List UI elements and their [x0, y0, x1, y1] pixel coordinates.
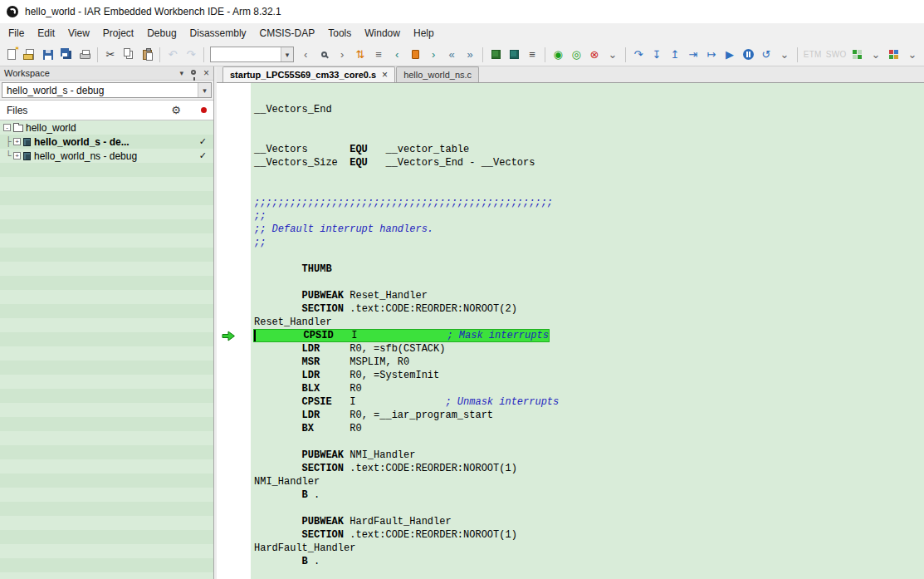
code-line[interactable] — [254, 130, 924, 143]
tab-startup-lpc55s69-cm33-core0-s[interactable]: startup_LPC55S69_cm33_core0.s× — [222, 66, 395, 82]
expand-icon[interactable]: + — [13, 138, 21, 145]
reset-button[interactable]: ↺ — [758, 46, 775, 64]
menu-item-tools[interactable]: Tools — [321, 23, 358, 43]
download-and-debug-button[interactable]: ◉ — [550, 46, 566, 64]
navigate-forward-button[interactable]: » — [462, 46, 478, 64]
code-line[interactable]: CPSID I ; Mask interrupts — [254, 329, 924, 342]
code-line[interactable]: ;; — [254, 236, 924, 249]
find-previous-button[interactable]: ‹ — [297, 46, 314, 64]
build-config-select[interactable]: hello_world_s - debug ▾ — [2, 82, 212, 98]
code-line[interactable] — [254, 435, 924, 449]
code-line[interactable]: PUBWEAK Reset_Handler — [254, 289, 924, 302]
code-line[interactable]: ;; — [254, 209, 924, 223]
menu-item-disassembly[interactable]: Disassembly — [183, 23, 253, 43]
find-button[interactable] — [315, 46, 332, 64]
save-all-button[interactable] — [58, 46, 75, 64]
menu-item-edit[interactable]: Edit — [31, 23, 61, 43]
undo-button[interactable]: ↶ — [164, 46, 181, 64]
code-line[interactable]: THUMB — [254, 263, 924, 276]
etm-button[interactable]: ETM — [802, 46, 823, 64]
code-line[interactable] — [254, 502, 924, 515]
code-line[interactable]: HardFault_Handler — [254, 542, 924, 555]
code-line[interactable]: LDR R0, =__iar_program_start — [254, 409, 924, 422]
run-to-cursor-button[interactable]: ↦ — [703, 46, 720, 64]
next-statement-button[interactable]: ⇥ — [685, 46, 702, 64]
toolbar-overflow-button[interactable]: ⌄ — [904, 46, 921, 64]
grid-icon-button-2[interactable] — [886, 46, 902, 64]
menu-item-debug[interactable]: Debug — [140, 23, 183, 43]
tab-hello-world-ns-c[interactable]: hello_world_ns.c — [396, 66, 479, 82]
code-line[interactable]: MSR MSPLIM, R0 — [254, 356, 924, 369]
more-tools-button[interactable]: ⌄ — [868, 46, 884, 64]
code-line[interactable]: PUBWEAK HardFault_Handler — [254, 515, 924, 528]
code-line[interactable]: Reset_Handler — [254, 316, 924, 329]
menu-item-view[interactable]: View — [61, 23, 96, 43]
paste-button[interactable] — [139, 46, 155, 64]
step-over-button[interactable]: ↷ — [630, 46, 647, 64]
quick-search-combobox[interactable]: ▾ — [210, 47, 294, 62]
code-line[interactable]: ;;;;;;;;;;;;;;;;;;;;;;;;;;;;;;;;;;;;;;;;… — [254, 196, 924, 209]
code-line[interactable] — [254, 276, 924, 289]
tree-row-hello-world-ns-debug[interactable]: └+hello_world_ns - debug✓ — [0, 149, 213, 163]
print-button[interactable] — [76, 46, 93, 64]
compile-button[interactable] — [487, 46, 504, 64]
navigate-backward-button[interactable]: « — [443, 46, 460, 64]
code-line[interactable]: LDR R0, =SystemInit — [254, 369, 924, 382]
go-button[interactable]: ▶ — [721, 46, 738, 64]
tree-row-hello-world[interactable]: -hello_world — [0, 120, 213, 135]
step-out-button[interactable]: ↥ — [667, 46, 683, 64]
code-line[interactable]: B . — [254, 488, 924, 502]
chevron-down-icon[interactable]: ▾ — [198, 83, 211, 97]
menu-item-cmsis-dap[interactable]: CMSIS-DAP — [253, 23, 322, 43]
code-line[interactable]: BX R0 — [254, 422, 924, 435]
code-line[interactable]: LDR R0, =sfb(CSTACK) — [254, 342, 924, 356]
code-line[interactable]: ;; Default interrupt handlers. — [254, 223, 924, 236]
collapse-icon[interactable]: - — [3, 124, 11, 131]
toolbar-options-button[interactable]: ⌄ — [604, 46, 621, 64]
code-line[interactable] — [254, 249, 924, 263]
code-line[interactable]: SECTION .text:CODE:REORDER:NOROOT(1) — [254, 528, 924, 542]
menu-item-project[interactable]: Project — [96, 23, 140, 43]
previous-bookmark-button[interactable]: ‹ — [389, 46, 405, 64]
code-line[interactable] — [254, 183, 924, 196]
tree-row-hello-world-s-de[interactable]: ├+hello_world_s - de...✓ — [0, 135, 213, 149]
tab-close-icon[interactable]: × — [382, 70, 388, 80]
code-line[interactable]: BLX R0 — [254, 382, 924, 395]
code-line[interactable] — [254, 116, 924, 130]
goto-button[interactable]: ≡ — [370, 46, 387, 64]
open-file-button[interactable] — [22, 46, 38, 64]
grid-icon-button-1[interactable] — [849, 46, 866, 64]
chevron-down-icon[interactable]: ▾ — [281, 47, 293, 61]
code-line[interactable]: NMI_Handler — [254, 475, 924, 488]
close-icon[interactable]: × — [203, 68, 209, 78]
replace-button[interactable]: ⇅ — [352, 46, 369, 64]
copy-button[interactable] — [120, 46, 137, 64]
new-document-button[interactable] — [3, 46, 20, 64]
pin-icon[interactable] — [191, 70, 196, 75]
save-button[interactable] — [40, 46, 56, 64]
code-line[interactable]: __Vectors_Size EQU __Vectors_End - __Vec… — [254, 156, 924, 169]
next-bookmark-button[interactable]: › — [425, 46, 442, 64]
code-line[interactable]: SECTION .text:CODE:REORDER:NOROOT(1) — [254, 462, 924, 475]
code-line[interactable]: SECTION .text:CODE:REORDER:NOROOT(2) — [254, 302, 924, 316]
code-area[interactable]: __Vectors_End__Vectors EQU __vector_tabl… — [251, 83, 924, 579]
swo-button[interactable]: SWO — [824, 46, 848, 64]
step-into-button[interactable]: ↧ — [648, 46, 665, 64]
make-button[interactable] — [506, 46, 522, 64]
cut-button[interactable]: ✂ — [102, 46, 119, 64]
batch-build-button[interactable]: ≡ — [524, 46, 540, 64]
code-line[interactable]: __Vectors EQU __vector_table — [254, 143, 924, 156]
menu-item-window[interactable]: Window — [358, 23, 407, 43]
editor-gutter[interactable] — [217, 83, 251, 579]
toggle-bookmark-button[interactable] — [407, 46, 423, 64]
menu-item-help[interactable]: Help — [407, 23, 441, 43]
code-line[interactable]: __Vectors_End — [254, 103, 924, 116]
expand-icon[interactable]: + — [13, 152, 21, 159]
panel-menu-icon[interactable]: ▾ — [179, 69, 183, 77]
code-line[interactable]: PUBWEAK NMI_Handler — [254, 449, 924, 462]
break-button[interactable] — [740, 46, 756, 64]
stop-debugging-button[interactable]: ⊗ — [586, 46, 603, 64]
code-line[interactable]: B . — [254, 555, 924, 568]
debug-without-downloading-button[interactable]: ◎ — [568, 46, 584, 64]
redo-button[interactable]: ↷ — [183, 46, 199, 64]
